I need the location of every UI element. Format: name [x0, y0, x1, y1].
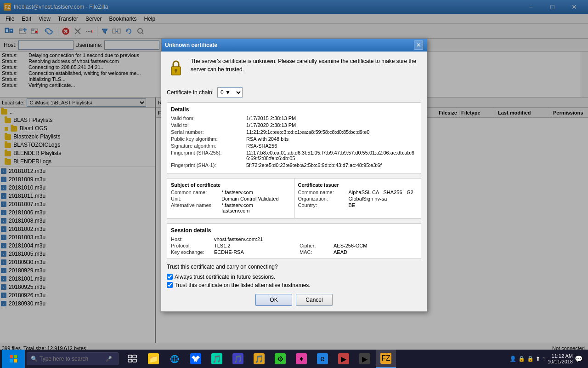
task-view-button[interactable] [122, 350, 142, 368]
dialog-overlay: Unknown certificate ✕ The server's certi… [0, 0, 588, 350]
tray-network-icon[interactable]: 👤 [509, 356, 516, 362]
session-box: Session details Host: vhost.fastserv.com… [167, 223, 421, 259]
svg-rect-36 [14, 359, 17, 362]
dialog-title: Unknown certificate [165, 42, 217, 48]
dialog-body: The server's certificate is unknown. Ple… [161, 52, 427, 311]
start-button[interactable] [2, 350, 25, 368]
task-view-icon [127, 353, 138, 364]
valid-from-label: Valid from: [171, 115, 244, 121]
issuer-section: Certificate issuer Common name: AlphaSSL… [294, 178, 422, 218]
keyex-value: ECDHE-RSA [214, 249, 298, 255]
tray-wifi-icon[interactable]: 🔒 [518, 356, 525, 362]
issuer-country-label: Country: [298, 202, 349, 208]
dropbox-taskbar-button[interactable] [186, 350, 206, 368]
taskbar-time-display: 11:12 AM [548, 353, 573, 359]
dialog-buttons: OK Cancel [167, 294, 421, 306]
tray-up-icon[interactable]: ⬆ [536, 356, 540, 362]
chrome-icon: 🌐 [169, 353, 180, 364]
taskbar-search[interactable]: 🔍 🎤 [27, 352, 119, 365]
app-taskbar-7[interactable]: 🎵 [249, 350, 269, 368]
app-taskbar-6[interactable]: 🎵 [228, 350, 248, 368]
fp1-row: Fingerprint (SHA-1): 5f:72:2e:e5:d0:23:e… [171, 162, 417, 168]
subject-cn-label: Common name: [171, 190, 221, 195]
valid-to-value: 1/17/2020 2:38:13 PM [246, 122, 296, 128]
protocol-label: Protocol: [171, 243, 212, 248]
subject-alt-row: Alternative names: *.fastserv.comfastser… [171, 202, 290, 213]
subject-title: Subject of certificate [171, 182, 290, 188]
details-title: Details [171, 106, 417, 113]
app-taskbar-8[interactable]: ⚙ [270, 350, 290, 368]
taskbar-search-input[interactable] [40, 356, 104, 362]
trust-question: Trust this certificate and carry on conn… [167, 264, 421, 270]
session-title: Session details [171, 227, 417, 234]
app-icon-10: e [317, 353, 328, 364]
valid-to-row: Valid to: 1/17/2020 2:38:13 PM [171, 122, 417, 128]
host-label: Host: [171, 236, 212, 242]
fp1-value: 5f:72:2e:e5:d0:23:e9:eb:a2:5b:c6:9d:cb:4… [246, 162, 382, 168]
app-taskbar-12[interactable]: ▶ [355, 350, 375, 368]
pubkey-value: RSA with 2048 bits [246, 136, 288, 142]
file-explorer-taskbar-button[interactable]: 📁 [143, 350, 164, 368]
chrome-taskbar-button[interactable]: 🌐 [164, 350, 185, 368]
app-taskbar-9[interactable]: ♦ [291, 350, 311, 368]
subject-alt-label: Alternative names: [171, 202, 221, 213]
taskbar-apps: 📁 🌐 🎵 🎵 🎵 [122, 350, 396, 368]
sig-label: Signature algorithm: [171, 143, 244, 149]
app-taskbar-10[interactable]: e [312, 350, 333, 368]
notification-icon[interactable]: 💬 [575, 355, 582, 362]
app-taskbar-11[interactable]: ▶ [334, 350, 354, 368]
taskbar-icons: 👤 🔒 🔒 ⬆ ⌃ [509, 356, 546, 362]
dropbox-icon [190, 353, 201, 364]
issuer-cn-label: Common name: [298, 190, 349, 195]
valid-from-value: 1/17/2015 2:38:13 PM [246, 115, 296, 121]
always-trust-label: Always trust certificate in future sessi… [175, 274, 275, 280]
taskbar-clock[interactable]: 11:12 AM 10/11/2018 [548, 353, 573, 364]
dialog-close-button[interactable]: ✕ [414, 40, 423, 50]
alt-trust-checkbox[interactable] [167, 282, 173, 288]
issuer-org-value: GlobalSign nv-sa [349, 196, 387, 201]
subject-unit-value: Domain Control Validated [221, 196, 279, 201]
sig-value: RSA-SHA256 [246, 143, 277, 149]
serial-row: Serial number: 11:21:29:1c:ee:c3:cd:c1:e… [171, 129, 417, 135]
tray-sound-icon[interactable]: 🔒 [527, 356, 534, 362]
protocol-value: TLS1.2 [214, 243, 298, 248]
svg-rect-40 [133, 359, 136, 362]
cert-subjects-row: Subject of certificate Common name: *.fa… [167, 178, 421, 218]
pubkey-label: Public key algorithm: [171, 136, 244, 142]
fp256-row: Fingerprint (SHA-256): 12:17:b8:c0:ca:01… [171, 150, 417, 161]
ok-button[interactable]: OK [255, 294, 292, 306]
issuer-country-row: Country: BE [298, 202, 418, 208]
filezilla-taskbar-button[interactable]: FZ [376, 350, 396, 368]
subject-cn-row: Common name: *.fastserv.com [171, 190, 290, 195]
cancel-button[interactable]: Cancel [296, 294, 333, 306]
cipher-value: AES-256-GCM [334, 243, 417, 248]
dialog-warning-row: The server's certificate is unknown. Ple… [167, 57, 421, 80]
unknown-certificate-dialog: Unknown certificate ✕ The server's certi… [161, 38, 427, 312]
fp1-label: Fingerprint (SHA-1): [171, 162, 244, 168]
filezilla-icon: FZ [380, 353, 391, 364]
app-taskbar-5[interactable]: 🎵 [207, 350, 227, 368]
app-icon-8: ⚙ [275, 353, 286, 364]
mac-value: AEAD [334, 249, 417, 255]
serial-label: Serial number: [171, 129, 244, 135]
cipher-label: Cipher: [300, 243, 332, 248]
taskbar-right: 👤 🔒 🔒 ⬆ ⌃ 11:12 AM 10/11/2018 💬 [509, 353, 586, 364]
fp256-value: 12:17:b8:c0:ca:01:ab:d6:3f:51:05:f7:b9:4… [246, 150, 417, 161]
svg-rect-37 [128, 355, 132, 358]
checkbox-always-trust-row: Always trust certificate in future sessi… [167, 274, 421, 280]
voice-search-icon: 🎤 [106, 356, 112, 362]
taskbar-date-display: 10/11/2018 [548, 359, 573, 364]
sig-row: Signature algorithm: RSA-SHA256 [171, 143, 417, 149]
always-trust-checkbox[interactable] [167, 274, 173, 280]
alt-trust-label: Trust this certificate on the listed alt… [175, 282, 311, 288]
subject-cn-value: *.fastserv.com [221, 190, 253, 195]
svg-rect-39 [128, 359, 132, 362]
dialog-chain-row: Certificate in chain: 0 ▼ [167, 87, 421, 98]
chain-select[interactable]: 0 ▼ [217, 87, 243, 98]
app-icon-11: ▶ [338, 353, 349, 364]
app-icon-7: 🎵 [254, 353, 265, 364]
subject-unit-label: Unit: [171, 196, 221, 201]
tray-overflow-icon[interactable]: ⌃ [542, 356, 546, 362]
subject-unit-row: Unit: Domain Control Validated [171, 196, 290, 201]
pubkey-row: Public key algorithm: RSA with 2048 bits [171, 136, 417, 142]
